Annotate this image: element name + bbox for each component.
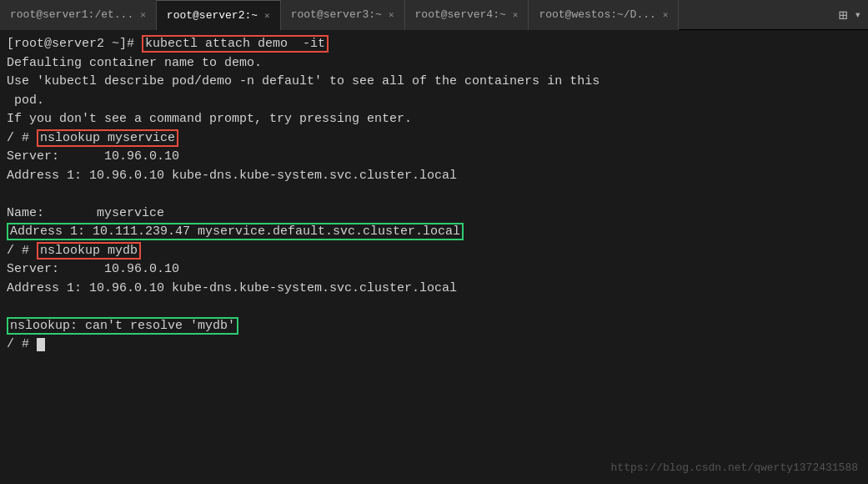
command-nslookup-mydb: nslookup mydb: [37, 242, 141, 260]
terminal-line-3: Use 'kubectl describe pod/demo -n defaul…: [7, 73, 861, 92]
terminal-line-2: Defaulting container name to demo.: [7, 54, 861, 73]
terminal-line-1: [root@server2 ~]# kubectl attach demo -i…: [7, 35, 861, 54]
tab-label: root@server1:/et...: [10, 8, 133, 21]
command-nslookup-myservice: nslookup myservice: [37, 129, 178, 147]
tab-label: root@server4:~: [415, 8, 506, 21]
error-nslookup-mydb: nslookup: can't resolve 'mydb': [7, 317, 238, 335]
terminal[interactable]: [root@server2 ~]# kubectl attach demo -i…: [0, 30, 868, 484]
terminal-line-16: nslookup: can't resolve 'mydb': [7, 317, 861, 336]
terminal-line-6: / # nslookup myservice: [7, 129, 861, 149]
tab-label: root@server3:~: [291, 8, 382, 21]
tab-label: root@westos:~/D...: [539, 8, 655, 21]
tab-server3[interactable]: root@server3:~ ✕: [281, 0, 405, 30]
prompt: [root@server2 ~]#: [7, 37, 142, 51]
tab-server1[interactable]: root@server1:/et... ✕: [0, 0, 157, 30]
watermark: https://blog.csdn.net/qwerty1372431588: [611, 460, 858, 476]
close-tab-icon[interactable]: ✕: [264, 10, 270, 21]
dropdown-icon[interactable]: ▾: [855, 8, 861, 22]
terminal-line-4: pod.: [7, 92, 861, 111]
tab-westos[interactable]: root@westos:~/D... ✕: [529, 0, 679, 30]
terminal-cursor: [37, 338, 45, 351]
terminal-line-13: Server: 10.96.0.10: [7, 260, 861, 280]
command-kubectl-attach: kubectl attach demo -it: [142, 35, 329, 53]
tab-bar: root@server1:/et... ✕ root@server2:~ ✕ r…: [0, 0, 868, 30]
tab-server4[interactable]: root@server4:~ ✕: [405, 0, 529, 30]
terminal-line-10: Name: myservice: [7, 204, 861, 224]
tab-label: root@server2:~: [167, 9, 258, 22]
tab-actions: ⊞ ▾: [839, 6, 868, 24]
terminal-line-12: / # nslookup mydb: [7, 242, 861, 261]
address-myservice: Address 1: 10.111.239.47 myservice.defau…: [7, 223, 464, 240]
terminal-line-7: Server: 10.96.0.10: [7, 148, 861, 167]
terminal-line-9: [7, 185, 861, 204]
close-tab-icon[interactable]: ✕: [140, 9, 146, 20]
terminal-line-14: Address 1: 10.96.0.10 kube-dns.kube-syst…: [7, 280, 861, 299]
close-tab-icon[interactable]: ✕: [389, 9, 394, 20]
close-tab-icon[interactable]: ✕: [513, 9, 519, 20]
terminal-line-15: [7, 298, 861, 317]
terminal-line-8: Address 1: 10.96.0.10 kube-dns.kube-syst…: [7, 167, 861, 186]
tab-server2[interactable]: root@server2:~ ✕: [157, 0, 281, 30]
close-tab-icon[interactable]: ✕: [663, 9, 669, 20]
terminal-line-17: / #: [7, 335, 861, 355]
terminal-line-5: If you don't see a command prompt, try p…: [7, 110, 861, 129]
new-tab-icon[interactable]: ⊞: [839, 6, 848, 24]
terminal-line-11: Address 1: 10.111.239.47 myservice.defau…: [7, 223, 861, 242]
